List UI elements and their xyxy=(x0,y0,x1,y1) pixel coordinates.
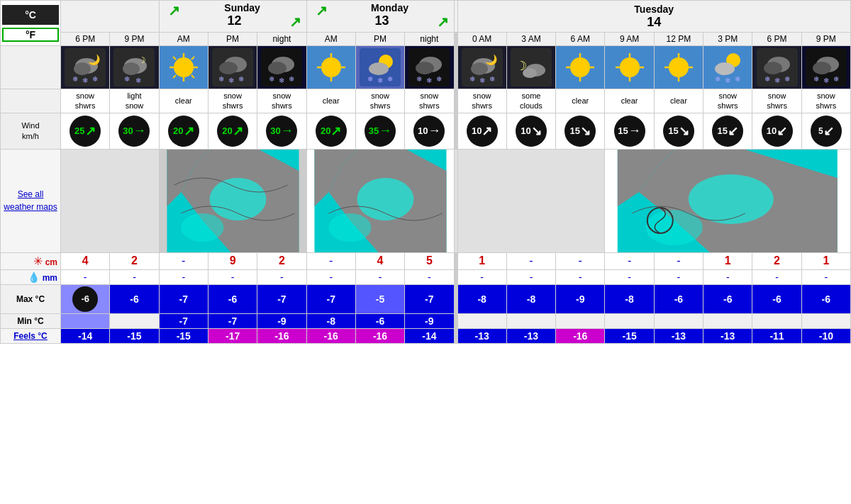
wx-icon-10 xyxy=(556,46,605,89)
max-4: -7 xyxy=(306,284,355,313)
svg-text:❄: ❄ xyxy=(377,77,383,84)
max-2: -6 xyxy=(208,284,257,313)
wind-12: 15↘ xyxy=(654,113,703,149)
wind-2: 20↗ xyxy=(159,113,208,149)
min-1: -7 xyxy=(159,313,208,328)
wind-11: 15→ xyxy=(605,113,654,149)
wind-0: 25↗ xyxy=(61,113,110,149)
wx-icon-3: ❄ ❄ ❄ xyxy=(208,46,257,89)
svg-text:❄: ❄ xyxy=(135,77,141,84)
wx-icon-13: ❄ ❄ ❄ xyxy=(703,46,752,89)
wind-4: 30→ xyxy=(257,113,306,149)
svg-point-54 xyxy=(570,57,590,77)
svg-point-97 xyxy=(689,174,774,224)
raindrop-icon: 💧 xyxy=(28,271,40,283)
svg-line-16 xyxy=(173,57,176,60)
wx-icon-1: ❄ ❄ ☽ xyxy=(110,46,159,89)
feels-13: -13 xyxy=(703,328,752,343)
snowflake-icon: ✳ xyxy=(33,255,43,267)
cond-0: snowshwrs xyxy=(61,89,110,113)
wind-7: 10→ xyxy=(405,113,454,149)
snow-4: 2 xyxy=(257,252,306,269)
min-10 xyxy=(605,313,654,328)
time-3am-tue: 3 AM xyxy=(506,33,555,46)
fahrenheit-unit[interactable]: °F xyxy=(2,28,59,42)
svg-point-30 xyxy=(321,57,341,77)
svg-point-93 xyxy=(328,213,371,242)
snow-label-cell: ✳ cm xyxy=(1,252,61,269)
wind-13: 15↙ xyxy=(703,113,752,149)
cond-13: snowshwrs xyxy=(703,89,752,113)
svg-text:☽: ☽ xyxy=(138,55,146,65)
wind-1: 30→ xyxy=(110,113,159,149)
svg-text:❄: ❄ xyxy=(218,75,224,83)
sunday-expand-icon[interactable]: ↗ xyxy=(168,2,180,19)
svg-text:❄: ❄ xyxy=(92,75,98,83)
celsius-unit[interactable]: °C xyxy=(2,5,59,25)
svg-text:❄: ❄ xyxy=(367,75,373,83)
svg-text:❄: ❄ xyxy=(774,77,780,84)
rain-12: - xyxy=(654,269,703,284)
time-pm-sun: PM xyxy=(208,33,257,46)
max-prev-0: -6 xyxy=(61,284,110,313)
rain-8: - xyxy=(457,269,506,284)
cond-7: snowshwrs xyxy=(405,89,454,113)
rain-9: - xyxy=(506,269,555,284)
svg-line-19 xyxy=(173,75,176,78)
snow-8: 1 xyxy=(457,252,506,269)
cond-14: snowshwrs xyxy=(752,89,801,113)
wind-15: 5↙ xyxy=(801,113,850,149)
svg-point-11 xyxy=(174,57,194,77)
tuesday-header: Tuesday14 xyxy=(457,1,851,33)
snow-0: 4 xyxy=(61,252,110,269)
max-8: -8 xyxy=(506,284,555,313)
see-all-maps-cell[interactable]: See all weather maps xyxy=(1,149,61,252)
snow-5: - xyxy=(306,252,355,269)
sunday-expand-icon2[interactable]: ↗ xyxy=(289,13,301,30)
svg-text:❄: ❄ xyxy=(784,75,790,83)
cond-12: clear xyxy=(654,89,703,113)
svg-text:❄: ❄ xyxy=(479,77,485,84)
svg-text:❄: ❄ xyxy=(72,75,78,83)
min-4: -8 xyxy=(306,313,355,328)
feels-11: -15 xyxy=(605,328,654,343)
map-tuesday-gap xyxy=(457,149,605,252)
time-6pm: 6 PM xyxy=(61,33,110,46)
monday-expand-icon[interactable]: ↗ xyxy=(316,2,328,19)
max-1: -7 xyxy=(159,284,208,313)
min-2: -7 xyxy=(208,313,257,328)
feels-2: -15 xyxy=(159,328,208,343)
time-9am-tue: 9 AM xyxy=(605,33,654,46)
see-all-maps-link[interactable]: See all weather maps xyxy=(4,189,57,212)
monday-expand-icon2[interactable]: ↗ xyxy=(437,13,449,30)
snow-9: - xyxy=(506,252,555,269)
wx-icon-11 xyxy=(605,46,654,89)
feels-12: -13 xyxy=(654,328,703,343)
svg-text:❄: ❄ xyxy=(82,77,88,84)
wx-icon-6: ❄ ❄ ❄ xyxy=(355,46,404,89)
max-12: -6 xyxy=(703,284,752,313)
maps-row: See all weather maps xyxy=(1,149,851,252)
max-13: -6 xyxy=(752,284,801,313)
wx-icon-8: ❄ ❄ ❄ 🌙 xyxy=(457,46,506,89)
rain-7: - xyxy=(405,269,454,284)
snow-6: 4 xyxy=(355,252,404,269)
wx-icon-4: ❄ ❄ ❄ xyxy=(257,46,306,89)
time-night-sun: night xyxy=(257,33,306,46)
svg-text:❄: ❄ xyxy=(426,77,432,84)
wind-10: 15↘ xyxy=(556,113,605,149)
snow-12: - xyxy=(654,252,703,269)
svg-point-41 xyxy=(416,62,434,74)
feels-7: -14 xyxy=(405,328,454,343)
rain-mm-label: mm xyxy=(43,273,57,283)
svg-text:❄: ❄ xyxy=(715,75,721,83)
snow-14: 2 xyxy=(752,252,801,269)
svg-text:❄: ❄ xyxy=(124,75,130,83)
svg-point-26 xyxy=(268,62,287,74)
svg-point-87 xyxy=(209,178,266,220)
max-3: -7 xyxy=(257,284,306,313)
svg-point-75 xyxy=(764,62,782,74)
max-6: -7 xyxy=(405,284,454,313)
time-am-sun: AM xyxy=(159,33,208,46)
feels-label: Feels °C xyxy=(1,328,61,343)
